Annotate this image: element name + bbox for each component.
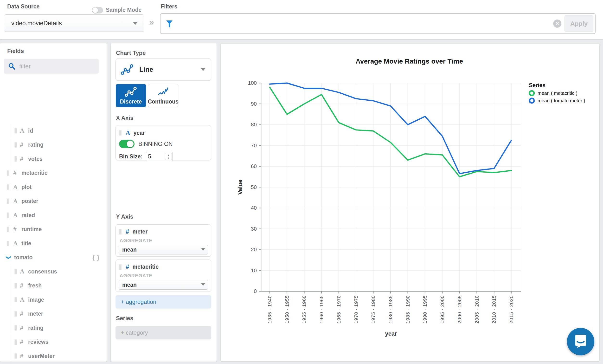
- number-field-icon: #: [20, 282, 28, 289]
- data-source-value: video.movieDetails: [11, 20, 62, 27]
- drag-handle-icon[interactable]: [7, 241, 10, 246]
- drag-handle-icon[interactable]: [14, 311, 17, 317]
- drag-handle-icon[interactable]: [7, 184, 10, 190]
- field-row-id[interactable]: Aid: [0, 124, 107, 138]
- drag-handle-icon[interactable]: [119, 130, 122, 136]
- drag-handle-icon[interactable]: [14, 340, 17, 345]
- x-tick-label: 1965 - 1970: [336, 295, 341, 324]
- sample-mode-label: Sample Mode: [106, 7, 141, 13]
- field-row-runtime[interactable]: #runtime: [0, 223, 107, 236]
- drag-handle-icon[interactable]: [14, 353, 17, 359]
- legend-swatch-icon[interactable]: [530, 98, 534, 103]
- add-aggregation-button[interactable]: + aggregation: [116, 295, 211, 309]
- field-row-userMeter[interactable]: #userMeter: [0, 349, 107, 363]
- chevron-down-icon[interactable]: ❯: [6, 255, 12, 259]
- field-row-rating[interactable]: #rating: [0, 321, 107, 335]
- drag-handle-icon[interactable]: [14, 325, 17, 330]
- object-braces-icon[interactable]: { }: [93, 254, 100, 261]
- aggregate-select[interactable]: mean: [119, 245, 208, 255]
- string-field-icon: A: [20, 296, 28, 303]
- drag-handle-icon[interactable]: [7, 212, 10, 218]
- filter-expression-input[interactable]: ✕ Apply: [160, 13, 596, 34]
- field-row-fresh[interactable]: #fresh: [0, 279, 107, 293]
- data-source-select[interactable]: video.movieDetails: [4, 14, 144, 32]
- field-row-rating[interactable]: #rating: [0, 138, 107, 152]
- number-field-icon: #: [13, 169, 22, 176]
- line-chart-icon: [121, 64, 134, 75]
- help-chat-button[interactable]: [567, 328, 594, 355]
- number-field-icon: #: [126, 263, 129, 270]
- data-source-label: Data Source: [7, 3, 39, 10]
- discrete-line-icon: [125, 86, 137, 97]
- drag-handle-icon[interactable]: [14, 297, 17, 302]
- binning-toggle[interactable]: [119, 140, 135, 148]
- field-row-userRating[interactable]: #userRating: [0, 363, 107, 364]
- drag-handle-icon[interactable]: [7, 227, 10, 232]
- x-tick-label: 1955 - 1960: [302, 295, 307, 324]
- field-row-tomato[interactable]: ❯tomato{ }: [0, 251, 107, 265]
- string-field-icon: A: [13, 184, 22, 190]
- field-row-metacritic[interactable]: #metacritic: [0, 166, 107, 180]
- drag-handle-icon[interactable]: [119, 264, 122, 270]
- legend-label[interactable]: mean ( tomato meter ): [538, 98, 585, 103]
- chart-type-select[interactable]: Line: [116, 59, 211, 81]
- field-row-plot[interactable]: Aplot: [0, 180, 107, 194]
- string-field-icon: A: [20, 127, 28, 134]
- drag-handle-icon[interactable]: [14, 269, 17, 274]
- drag-handle-icon[interactable]: [14, 128, 17, 133]
- y-field-name: meter: [132, 228, 148, 235]
- bin-size-input[interactable]: 5 ▴▾: [146, 152, 173, 161]
- x-tick-label: 2010 - 2015: [491, 295, 497, 324]
- y-axis-field[interactable]: # meter: [119, 228, 211, 235]
- legend-swatch-icon[interactable]: [530, 91, 534, 95]
- chart-preview-panel: Average Movie Ratings over Time010203040…: [221, 44, 599, 361]
- drag-handle-icon[interactable]: [14, 283, 17, 288]
- apply-button[interactable]: Apply: [565, 15, 593, 32]
- bin-size-value: 5: [148, 153, 151, 160]
- y-tick-label: 10: [251, 268, 257, 273]
- x-tick-label: 1950 - 1955: [284, 295, 290, 324]
- field-search-input[interactable]: [19, 63, 92, 70]
- add-category-label: + category: [121, 329, 148, 336]
- chevron-down-icon: [133, 22, 137, 25]
- aggregate-select[interactable]: mean: [119, 280, 208, 290]
- x-tick-label: 1935 - 1940: [267, 295, 272, 324]
- field-name: rated: [22, 212, 35, 219]
- collapse-panel-icon[interactable]: »: [149, 17, 154, 27]
- field-row-consensus[interactable]: Aconsensus: [0, 265, 107, 279]
- drag-handle-icon[interactable]: [119, 229, 122, 235]
- y-axis-card-meter: # meter AGGREGATE mean: [116, 224, 211, 257]
- discrete-button[interactable]: Discrete: [116, 84, 146, 107]
- field-row-meter[interactable]: #meter: [0, 307, 107, 321]
- field-row-title[interactable]: Atitle: [0, 236, 107, 250]
- field-row-image[interactable]: Aimage: [0, 293, 107, 307]
- drag-handle-icon[interactable]: [7, 199, 10, 204]
- field-list: Aid#rating#votes#metacriticAplotAposterA…: [0, 124, 107, 362]
- y-tick-label: 20: [251, 247, 257, 253]
- continuous-button[interactable]: Continuous: [148, 84, 178, 107]
- clear-filter-icon[interactable]: ✕: [553, 20, 561, 28]
- legend-label[interactable]: mean ( metacritic ): [538, 91, 578, 96]
- drag-handle-icon[interactable]: [14, 142, 17, 148]
- number-field-icon: #: [20, 353, 28, 360]
- add-aggregation-label: + aggregation: [121, 298, 156, 305]
- stepper-icon[interactable]: ▴▾: [165, 153, 172, 160]
- field-row-poster[interactable]: Aposter: [0, 194, 107, 208]
- field-row-rated[interactable]: Arated: [0, 208, 107, 222]
- field-row-reviews[interactable]: #reviews: [0, 335, 107, 349]
- sample-mode-toggle[interactable]: [92, 7, 103, 13]
- chevron-down-icon: [201, 68, 205, 71]
- y-tick-label: 80: [251, 122, 257, 128]
- y-tick-label: 40: [251, 205, 257, 211]
- field-row-votes[interactable]: #votes: [0, 152, 107, 166]
- field-name: runtime: [22, 226, 42, 233]
- string-field-icon: A: [13, 198, 22, 205]
- x-tick-label: 2005 - 2010: [474, 295, 480, 324]
- x-axis-field[interactable]: A year: [119, 129, 211, 137]
- number-field-icon: #: [13, 226, 22, 233]
- drag-handle-icon[interactable]: [7, 170, 10, 176]
- y-axis-field[interactable]: # metacritic: [119, 263, 211, 270]
- add-category-button[interactable]: + category: [116, 326, 211, 340]
- drag-handle-icon[interactable]: [14, 156, 17, 162]
- legend-title: Series: [529, 82, 545, 88]
